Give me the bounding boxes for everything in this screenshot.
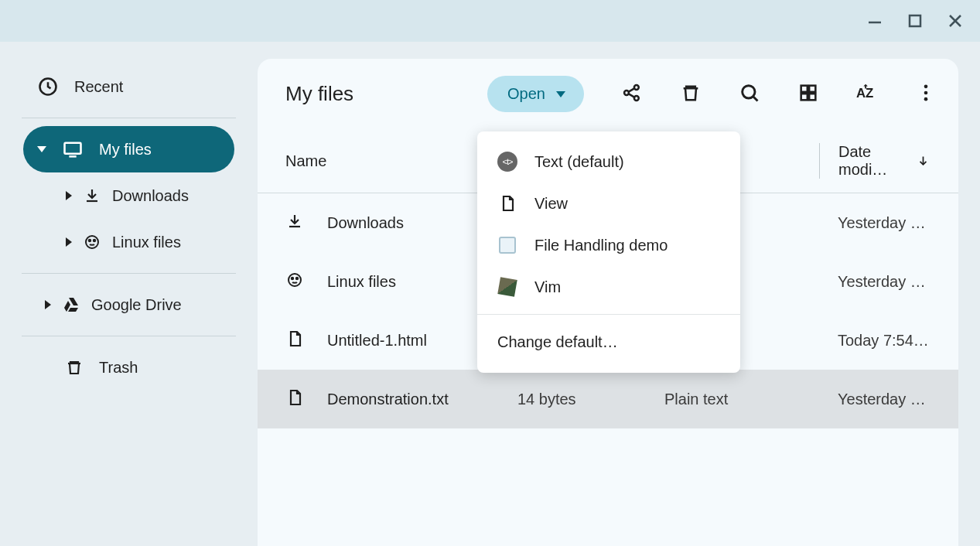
file-row[interactable]: Demonstration.txt14 bytesPlain textYeste… (258, 370, 958, 428)
sidebar-item-label: Google Drive (91, 296, 182, 314)
file-icon (285, 212, 304, 234)
svg-rect-20 (809, 94, 815, 100)
sidebar-item-gdrive[interactable]: Google Drive (23, 282, 234, 328)
chevron-right-icon (66, 191, 72, 200)
sidebar-item-trash[interactable]: Trash (23, 344, 234, 391)
svg-point-24 (924, 97, 928, 101)
search-icon[interactable] (739, 82, 760, 107)
sidebar-item-downloads[interactable]: Downloads (23, 172, 234, 219)
chevron-right-icon (66, 237, 72, 247)
svg-rect-5 (65, 143, 81, 154)
sidebar-item-label: My files (99, 141, 152, 159)
file-name: Linux files (327, 273, 396, 291)
svg-point-26 (289, 274, 301, 286)
menu-item[interactable]: Vim (477, 266, 740, 308)
svg-line-16 (753, 96, 758, 101)
column-date-label: Date modi… (838, 143, 907, 179)
file-icon (285, 271, 304, 293)
page-title: My files (285, 82, 353, 106)
svg-rect-17 (801, 85, 808, 91)
menu-item-label: Text (default) (534, 153, 624, 171)
svg-text:AZ: AZ (856, 85, 873, 100)
menu-item[interactable]: File Handling demo (477, 224, 740, 266)
share-icon[interactable] (621, 82, 643, 107)
sort-az-icon[interactable]: AZ (856, 82, 878, 107)
sidebar: Recent My files Downloads Linux files (0, 42, 258, 546)
file-icon (285, 388, 304, 411)
minimize-icon[interactable] (866, 12, 884, 30)
file-date: Today 7:54 AM (819, 332, 930, 350)
sidebar-item-label: Trash (99, 359, 138, 377)
open-with-menu: <t>Text (default)ViewFile Handling demoV… (477, 131, 740, 373)
open-button-label: Open (507, 85, 545, 103)
svg-rect-18 (809, 85, 815, 91)
close-icon[interactable] (946, 12, 965, 30)
menu-item[interactable]: View (477, 183, 740, 224)
main-panel: My files Open AZ (258, 59, 958, 546)
file-size: 14 bytes (517, 391, 664, 408)
menu-item-label: View (534, 195, 568, 213)
menu-item[interactable]: <t>Text (default) (477, 141, 740, 183)
view-grid-icon[interactable] (797, 82, 819, 107)
more-icon[interactable] (915, 82, 937, 107)
menu-change-default[interactable]: Change default… (477, 321, 740, 363)
svg-point-27 (292, 277, 293, 278)
sidebar-item-label: Recent (74, 78, 123, 96)
file-date: Yesterday 9:1… (819, 391, 930, 408)
open-button[interactable]: Open (487, 76, 584, 112)
svg-line-14 (628, 94, 634, 97)
menu-item-icon (497, 235, 517, 255)
divider (22, 336, 236, 336)
svg-rect-19 (801, 94, 808, 100)
svg-line-13 (628, 88, 634, 92)
svg-point-15 (743, 85, 755, 97)
toolbar: My files Open AZ (258, 59, 958, 129)
menu-item-label: Vim (534, 278, 561, 296)
sidebar-item-recent[interactable]: Recent (23, 63, 234, 110)
delete-icon[interactable] (680, 82, 702, 107)
menu-item-icon: <t> (497, 152, 517, 172)
svg-point-23 (924, 90, 928, 94)
svg-point-22 (924, 84, 928, 88)
column-date[interactable]: Date modi… (819, 143, 930, 179)
svg-rect-1 (910, 15, 920, 26)
svg-point-8 (89, 240, 90, 241)
menu-item-icon (497, 193, 517, 213)
file-name: Demonstration.txt (327, 391, 449, 408)
divider (22, 273, 236, 274)
svg-point-28 (296, 277, 298, 278)
divider (477, 314, 740, 315)
menu-item-label: File Handling demo (534, 237, 668, 254)
chevron-down-icon (37, 146, 46, 152)
window-titlebar (0, 0, 980, 42)
maximize-icon[interactable] (906, 12, 924, 30)
sidebar-item-label: Linux files (112, 234, 181, 251)
file-date: Yesterday 7:0… (819, 273, 930, 291)
file-type: Plain text (664, 391, 819, 408)
file-name: Downloads (327, 214, 404, 232)
sidebar-item-label: Downloads (112, 187, 189, 205)
svg-point-9 (94, 240, 95, 241)
arrow-down-icon (916, 152, 930, 170)
sidebar-item-linux[interactable]: Linux files (23, 219, 234, 265)
file-name: Untitled-1.html (327, 332, 427, 350)
chevron-right-icon (45, 300, 51, 309)
sidebar-item-myfiles[interactable]: My files (23, 126, 234, 172)
chevron-down-icon (556, 91, 565, 97)
menu-item-icon (497, 277, 517, 297)
file-date: Yesterday 9:2… (819, 214, 930, 232)
svg-point-7 (86, 236, 98, 248)
file-icon (285, 329, 304, 352)
divider (22, 118, 236, 118)
